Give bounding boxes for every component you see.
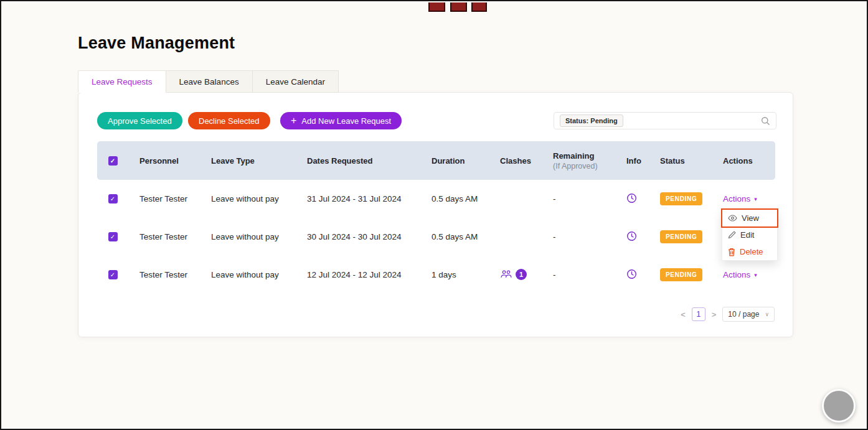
- pagination-prev[interactable]: <: [681, 310, 686, 319]
- col-header-info: Info: [615, 141, 649, 180]
- cell-remaining: -: [542, 218, 615, 256]
- remaining-header-line1: Remaining: [553, 151, 615, 161]
- cell-select: ✓: [97, 218, 128, 256]
- col-header-status: Status: [649, 141, 712, 180]
- trash-icon: [728, 248, 735, 256]
- cell-clashes: [489, 218, 542, 256]
- cell-status: PENDING: [649, 180, 712, 218]
- status-badge: PENDING: [660, 230, 702, 243]
- chevron-down-icon: ▾: [754, 272, 757, 278]
- table-header-row: ✓ Personnel Leave Type Dates Requested D…: [97, 141, 775, 180]
- add-button-label: Add New Leave Request: [301, 116, 391, 126]
- status-badge: PENDING: [660, 268, 702, 281]
- clash-indicator[interactable]: 1: [500, 269, 527, 280]
- plus-icon: +: [291, 116, 296, 126]
- people-icon: [500, 269, 512, 279]
- approve-selected-button[interactable]: Approve Selected: [97, 112, 182, 129]
- actions-label: Actions: [723, 270, 750, 279]
- browser-artifact: [450, 2, 467, 12]
- cell-remaining: -: [542, 256, 615, 294]
- menu-item-view[interactable]: View: [722, 210, 777, 227]
- leave-requests-panel: Approve Selected Decline Selected + Add …: [78, 92, 793, 337]
- cell-leave-type: Leave without pay: [200, 256, 296, 294]
- cell-duration: 0.5 days AM: [420, 180, 489, 218]
- add-new-leave-request-button[interactable]: + Add New Leave Request: [280, 112, 402, 129]
- cell-dates: 30 Jul 2024 - 30 Jul 2024: [296, 218, 420, 256]
- col-header-duration: Duration: [420, 141, 489, 180]
- actions-label: Actions: [723, 194, 750, 203]
- cell-clashes: 1: [489, 256, 542, 294]
- actions-dropdown-menu: View Edit Delete: [722, 209, 778, 261]
- info-clock-button[interactable]: [626, 231, 637, 241]
- cell-dates: 31 Jul 2024 - 31 Jul 2024: [296, 180, 420, 218]
- check-icon: ✓: [110, 196, 115, 202]
- page-size-select[interactable]: 10 / page ∨: [722, 307, 775, 322]
- row-checkbox[interactable]: ✓: [108, 270, 118, 279]
- cell-actions: Actions ▾: [712, 256, 775, 294]
- status-badge: PENDING: [660, 192, 702, 205]
- decline-selected-button[interactable]: Decline Selected: [188, 112, 270, 129]
- pagination-page-1[interactable]: 1: [692, 307, 705, 321]
- actions-dropdown-trigger[interactable]: Actions ▾: [723, 270, 757, 279]
- table-row: ✓ Tester Tester Leave without pay 31 Jul…: [97, 180, 775, 218]
- clock-icon: [626, 193, 637, 203]
- table-row: ✓ Tester Tester Leave without pay 12 Jul…: [97, 256, 775, 294]
- info-clock-button[interactable]: [626, 193, 637, 203]
- info-clock-button[interactable]: [626, 269, 637, 279]
- cell-status: PENDING: [649, 218, 712, 256]
- clash-count-badge: 1: [516, 269, 527, 280]
- cell-remaining: -: [542, 180, 615, 218]
- col-header-dates: Dates Requested: [296, 141, 420, 180]
- page-size-value: 10 / page: [728, 310, 759, 319]
- menu-item-label: Edit: [740, 230, 754, 240]
- row-checkbox[interactable]: ✓: [108, 194, 118, 203]
- search-input[interactable]: Status: Pending: [554, 112, 776, 129]
- cell-status: PENDING: [649, 256, 712, 294]
- cell-duration: 1 days: [420, 256, 489, 294]
- status-filter-chip[interactable]: Status: Pending: [560, 115, 623, 127]
- chevron-down-icon: ∨: [765, 311, 769, 317]
- row-checkbox[interactable]: ✓: [108, 232, 118, 241]
- cell-personnel: Tester Tester: [128, 218, 200, 256]
- tab-leave-calendar[interactable]: Leave Calendar: [253, 70, 339, 93]
- tab-leave-balances[interactable]: Leave Balances: [166, 70, 253, 93]
- chevron-down-icon: ▾: [754, 196, 757, 202]
- tab-leave-requests[interactable]: Leave Requests: [78, 70, 166, 93]
- pencil-icon: [728, 231, 736, 239]
- menu-item-edit[interactable]: Edit: [722, 227, 777, 243]
- col-header-remaining: Remaining (If Approved): [542, 141, 615, 180]
- col-header-clashes: Clashes: [489, 141, 542, 180]
- search-icon: [761, 116, 770, 126]
- check-icon: ✓: [110, 272, 115, 278]
- browser-artifact: [428, 2, 445, 12]
- browser-artifact: [471, 2, 487, 12]
- col-header-actions: Actions: [712, 141, 775, 180]
- col-header-leave-type: Leave Type: [200, 141, 296, 180]
- pagination-next[interactable]: >: [712, 310, 717, 319]
- table-row: ✓ Tester Tester Leave without pay 30 Jul…: [97, 218, 775, 256]
- cell-personnel: Tester Tester: [128, 180, 200, 218]
- clock-icon: [626, 231, 637, 241]
- page-title: Leave Management: [78, 34, 235, 53]
- cell-info: [615, 180, 649, 218]
- cell-personnel: Tester Tester: [128, 256, 200, 294]
- cell-clashes: [489, 180, 542, 218]
- menu-item-delete[interactable]: Delete: [722, 243, 777, 260]
- cell-select: ✓: [97, 180, 128, 218]
- chat-widget-button[interactable]: [822, 389, 856, 423]
- remaining-header-line2: (If Approved): [553, 162, 615, 171]
- tab-bar: Leave Requests Leave Balances Leave Cale…: [78, 70, 339, 93]
- actions-dropdown-trigger[interactable]: Actions ▾: [723, 194, 757, 203]
- leave-requests-table: ✓ Personnel Leave Type Dates Requested D…: [97, 141, 775, 294]
- cell-duration: 0.5 days AM: [420, 218, 489, 256]
- col-header-personnel: Personnel: [128, 141, 200, 180]
- eye-icon: [728, 215, 737, 222]
- menu-item-label: Delete: [740, 247, 763, 256]
- check-icon: ✓: [110, 234, 115, 240]
- col-header-select: ✓: [97, 141, 128, 180]
- cell-dates: 12 Jul 2024 - 12 Jul 2024: [296, 256, 420, 294]
- pagination: < 1 > 10 / page ∨: [681, 307, 775, 322]
- app-window: Leave Management Leave Requests Leave Ba…: [0, 0, 868, 430]
- cell-info: [615, 218, 649, 256]
- select-all-checkbox[interactable]: ✓: [108, 156, 118, 166]
